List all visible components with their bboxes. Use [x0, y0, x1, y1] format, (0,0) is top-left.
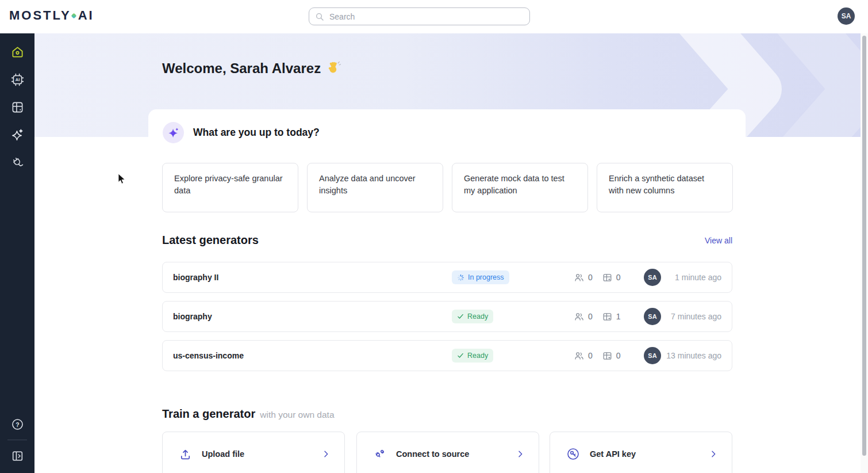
upload-file-label: Upload file — [202, 449, 312, 459]
logo-suffix: AI — [78, 8, 94, 23]
subjects-count: 0 — [574, 350, 593, 361]
people-icon — [574, 272, 585, 283]
generator-list: biography II In progress 0 — [162, 262, 732, 379]
upload-icon — [179, 448, 192, 461]
get-api-key-label: Get API key — [590, 449, 699, 459]
help-icon: ? — [10, 417, 25, 432]
tables-count: 1 — [602, 311, 621, 322]
search-input[interactable] — [329, 12, 524, 21]
svg-text:AI: AI — [15, 77, 20, 82]
view-all-link[interactable]: View all — [705, 236, 732, 245]
table-icon — [602, 311, 613, 322]
option-explore-data[interactable]: Explore privacy-safe granular data — [162, 163, 298, 212]
option-analyze-data[interactable]: Analyze data and uncover insights — [307, 163, 443, 212]
ai-chip-icon: AI — [10, 73, 25, 87]
check-icon — [457, 352, 464, 359]
people-icon — [574, 350, 585, 361]
generator-row-us-census-income[interactable]: us-census-income Ready 0 — [162, 340, 732, 371]
status-label: Ready — [467, 312, 488, 321]
chevron-right-icon — [709, 449, 718, 459]
table-icon — [602, 272, 613, 283]
today-card: What are you up to today? Explore privac… — [148, 109, 746, 224]
chevron-right-icon — [516, 449, 525, 459]
tables-value: 0 — [616, 351, 621, 360]
subjects-value: 0 — [588, 273, 593, 282]
wave-emoji — [326, 61, 341, 76]
generator-name: us-census-income — [173, 351, 452, 360]
connect-source-card[interactable]: Connect to source — [356, 432, 539, 473]
sidebar-item-collapse[interactable] — [6, 444, 29, 467]
option-enrich-dataset[interactable]: Enrich a synthetic dataset with new colu… — [597, 163, 733, 212]
subjects-count: 0 — [574, 272, 593, 283]
logo-dot-icon — [71, 13, 76, 18]
row-timestamp: 13 minutes ago — [661, 351, 721, 360]
row-avatar: SA — [644, 269, 661, 286]
train-generator-title: Train a generator — [162, 407, 255, 421]
sidebar-item-generators[interactable]: AI — [6, 68, 29, 91]
sidebar-item-help[interactable]: ? — [6, 413, 29, 436]
option-generate-mock-data[interactable]: Generate mock data to test my applicatio… — [452, 163, 588, 212]
row-avatar: SA — [644, 308, 661, 325]
connect-source-label: Connect to source — [396, 449, 506, 459]
sidebar-item-connectors[interactable] — [6, 151, 29, 174]
user-avatar[interactable]: SA — [838, 7, 855, 25]
mostly-ai-logo[interactable]: MOSTLY AI — [9, 8, 94, 23]
scrollbar-track[interactable] — [861, 33, 868, 473]
search-icon — [315, 12, 324, 21]
scrollbar-thumb[interactable] — [862, 36, 866, 456]
subjects-value: 0 — [588, 351, 593, 360]
status-label: Ready — [467, 352, 488, 360]
generator-name: biography — [173, 312, 452, 321]
spinner-icon — [457, 274, 464, 281]
status-badge: In progress — [452, 270, 509, 284]
sidebar-item-datasets[interactable] — [6, 96, 29, 119]
row-avatar: SA — [644, 347, 661, 364]
top-bar: MOSTLY AI SA — [0, 0, 868, 33]
tables-value: 1 — [616, 312, 621, 321]
status-label: In progress — [468, 273, 504, 281]
plug-cable-icon — [373, 448, 386, 461]
upload-file-card[interactable]: Upload file — [162, 432, 345, 473]
subjects-count: 0 — [574, 311, 593, 322]
assistant-sparkle-icon — [163, 122, 184, 143]
row-timestamp: 1 minute ago — [661, 273, 721, 282]
train-generator-subtitle: with your own data — [260, 410, 334, 420]
status-badge: Ready — [452, 310, 493, 323]
get-api-key-card[interactable]: Get API key — [550, 432, 732, 473]
sidebar-divider — [7, 440, 27, 440]
welcome-heading: Welcome, Sarah Alvarez — [162, 60, 341, 77]
table-icon — [602, 350, 613, 361]
generator-row-biography-ii[interactable]: biography II In progress 0 — [162, 262, 732, 293]
tables-count: 0 — [602, 350, 621, 361]
tables-value: 0 — [616, 273, 621, 282]
search-bar[interactable] — [309, 7, 530, 25]
sidebar-nav: AI — [0, 33, 34, 473]
mouse-cursor — [118, 174, 127, 185]
svg-text:?: ? — [16, 421, 19, 428]
subjects-value: 0 — [588, 312, 593, 321]
generator-name: biography II — [173, 273, 452, 282]
table-plus-icon — [10, 100, 25, 115]
sidebar-item-home[interactable] — [6, 40, 29, 63]
people-icon — [574, 311, 585, 322]
generator-row-biography[interactable]: biography Ready 0 — [162, 301, 732, 332]
collapse-panel-icon — [10, 449, 25, 463]
row-timestamp: 7 minutes ago — [661, 312, 721, 321]
chevron-right-icon — [321, 449, 331, 459]
sidebar-item-assistant[interactable] — [6, 123, 29, 146]
check-icon — [457, 313, 464, 320]
tables-count: 0 — [602, 272, 621, 283]
logo-text: MOSTLY — [9, 8, 71, 23]
home-icon — [10, 45, 25, 59]
status-badge: Ready — [452, 349, 493, 363]
sparkles-icon — [10, 128, 25, 142]
key-icon — [566, 447, 580, 461]
welcome-title: Welcome, Sarah Alvarez — [162, 60, 321, 77]
plug-icon — [10, 155, 25, 170]
latest-generators-title: Latest generators — [162, 234, 259, 247]
today-title: What are you up to today? — [193, 127, 320, 139]
